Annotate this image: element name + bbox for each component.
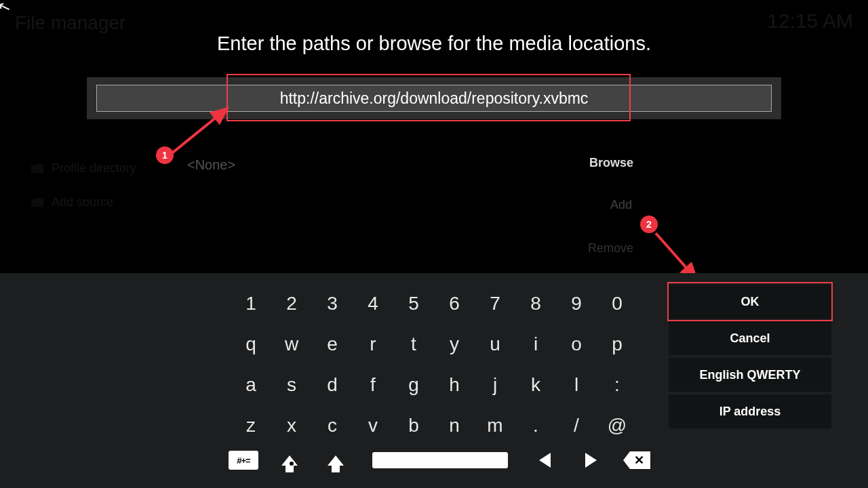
key-h[interactable]: h: [434, 365, 475, 405]
media-name-placeholder: <None>: [187, 157, 235, 173]
key-j[interactable]: j: [475, 365, 515, 405]
path-input[interactable]: http://archive.org/download/repository.x…: [96, 85, 772, 112]
bg-clock: 12:15 AM: [767, 9, 853, 33]
symbols-key[interactable]: #+=: [228, 448, 259, 472]
browse-button[interactable]: Browse: [589, 156, 633, 170]
key-o[interactable]: o: [556, 324, 597, 365]
cancel-button[interactable]: Cancel: [669, 321, 831, 355]
keyboard-actions: OK Cancel English QWERTY IP address: [669, 285, 831, 431]
key-w[interactable]: w: [271, 324, 312, 365]
keyboard-bottom-row: #+= ✕: [228, 448, 652, 472]
key-v[interactable]: v: [353, 405, 393, 446]
annotation-badge-1: 1: [156, 146, 174, 164]
key-k[interactable]: k: [515, 365, 556, 405]
backspace-key[interactable]: ✕: [621, 448, 652, 472]
key-9[interactable]: 9: [556, 283, 597, 324]
key-4[interactable]: 4: [353, 283, 393, 324]
layout-button[interactable]: English QWERTY: [669, 358, 831, 392]
key-x[interactable]: x: [271, 405, 312, 446]
caret-right-key[interactable]: [575, 448, 606, 472]
key-5[interactable]: 5: [393, 283, 434, 324]
key-7[interactable]: 7: [475, 283, 515, 324]
key-d[interactable]: d: [312, 365, 353, 405]
key-c[interactable]: c: [312, 405, 353, 446]
ip-address-button[interactable]: IP address: [669, 394, 831, 428]
key-z[interactable]: z: [231, 405, 271, 446]
remove-path-button[interactable]: Remove: [588, 241, 633, 256]
add-source-dialog: Enter the paths or browse for the media …: [0, 33, 868, 119]
caps-lock-key[interactable]: [274, 448, 305, 472]
key-n[interactable]: n: [434, 405, 475, 446]
key-a[interactable]: a: [231, 365, 271, 405]
key-e[interactable]: e: [312, 324, 353, 365]
key-i[interactable]: i: [515, 324, 556, 365]
key-m[interactable]: m: [475, 405, 515, 446]
key-8[interactable]: 8: [515, 283, 556, 324]
key-0[interactable]: 0: [597, 283, 637, 324]
key-q[interactable]: q: [231, 324, 271, 365]
key-1[interactable]: 1: [231, 283, 271, 324]
key-@[interactable]: @: [597, 405, 637, 446]
key-r[interactable]: r: [353, 324, 393, 365]
bg-screen-title: File manager: [15, 12, 125, 34]
key-p[interactable]: p: [597, 324, 637, 365]
bg-item-add-source: Add source: [31, 195, 113, 209]
annotation-badge-2: 2: [640, 216, 658, 233]
key-2[interactable]: 2: [271, 283, 312, 324]
path-input-container: http://archive.org/download/repository.x…: [87, 77, 781, 119]
shift-key[interactable]: [320, 448, 351, 472]
key-y[interactable]: y: [434, 324, 475, 365]
caret-left-key[interactable]: [529, 448, 560, 472]
key-3[interactable]: 3: [312, 283, 353, 324]
add-path-button[interactable]: Add: [610, 198, 632, 212]
key-s[interactable]: s: [271, 365, 312, 405]
key-f[interactable]: f: [353, 365, 393, 405]
key-.[interactable]: .: [515, 405, 556, 446]
key-6[interactable]: 6: [434, 283, 475, 324]
key-l[interactable]: l: [556, 365, 597, 405]
key-g[interactable]: g: [393, 365, 434, 405]
dialog-title: Enter the paths or browse for the media …: [0, 33, 868, 55]
key-:[interactable]: :: [597, 365, 637, 405]
key-t[interactable]: t: [393, 324, 434, 365]
space-key[interactable]: [366, 448, 514, 472]
ok-button[interactable]: OK: [669, 285, 831, 319]
key-b[interactable]: b: [393, 405, 434, 446]
bg-item-profile: Profile directory: [31, 161, 136, 176]
key-/[interactable]: /: [556, 405, 597, 446]
key-u[interactable]: u: [475, 324, 515, 365]
